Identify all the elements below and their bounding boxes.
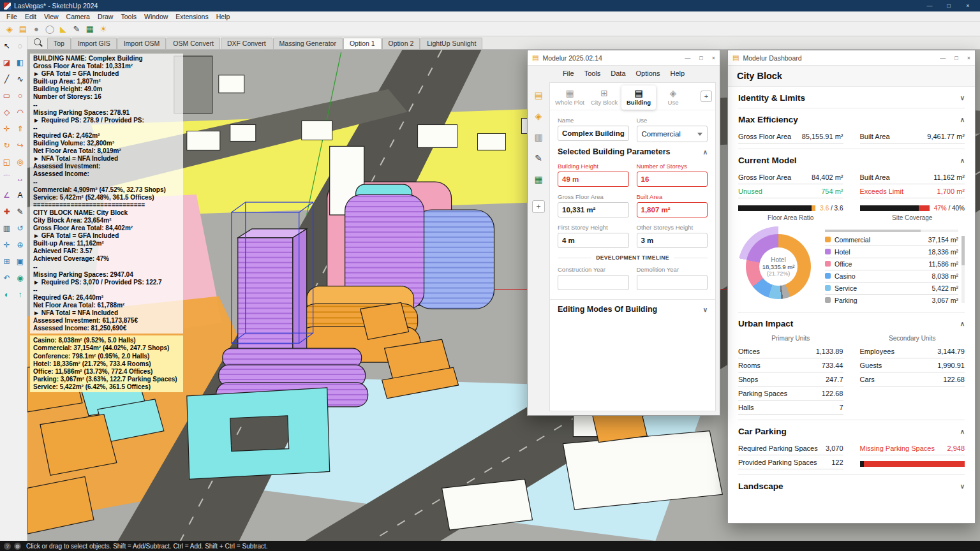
eraser-tool[interactable]: ◪ — [1, 57, 12, 68]
protractor-tool[interactable]: ∠ — [1, 189, 12, 200]
maximize-button[interactable]: □ — [939, 0, 958, 11]
minimize-button[interactable]: — — [685, 55, 690, 61]
spreadsheet-icon[interactable]: ▦ — [84, 23, 96, 34]
scene-tab[interactable]: Import OSM — [117, 38, 167, 49]
layers-icon[interactable]: ▥ — [532, 131, 545, 143]
maximize-button[interactable]: □ — [699, 55, 702, 61]
menu-item[interactable]: Help — [212, 13, 234, 20]
scene-tab[interactable]: Option 2 — [382, 38, 420, 49]
editing-modes-header[interactable]: Editing Modes Of Building — [558, 305, 708, 314]
scene-tab[interactable]: DXF Convert — [221, 38, 272, 49]
tape-measure-tool[interactable]: ⌒ — [1, 173, 12, 184]
menu-item[interactable]: Tools — [117, 13, 140, 20]
menu-item[interactable]: Draw — [94, 13, 117, 20]
other-storeys-height-input[interactable] — [637, 233, 708, 248]
freehand-tool[interactable]: ∿ — [15, 73, 26, 84]
zoom-extents-tool[interactable]: ▣ — [15, 256, 26, 267]
menu-item[interactable]: Help — [670, 70, 685, 77]
legend-vertical-scrollbar[interactable] — [961, 236, 965, 303]
pan-tool[interactable]: ✛ — [1, 239, 12, 250]
disc-icon[interactable]: ◯ — [44, 23, 56, 34]
move-tool[interactable]: ✛ — [1, 123, 12, 134]
dimension-tool[interactable]: ↔ — [15, 173, 26, 184]
modelur-titlebar[interactable]: ▤ Modelur 2025.02.14 — □ × — [528, 50, 720, 66]
push-pull-tool[interactable]: ⇑ — [15, 123, 26, 134]
pencil-icon[interactable]: ✎ — [532, 152, 545, 165]
built-area-input[interactable] — [637, 202, 708, 217]
add-tab-button[interactable]: + — [701, 91, 712, 102]
urban-impact-header[interactable]: Urban Impact — [738, 312, 965, 334]
scene-tab[interactable]: Top — [47, 38, 71, 49]
text-tool[interactable]: A — [15, 189, 26, 200]
offset-tool[interactable]: ◎ — [15, 156, 26, 167]
close-button[interactable]: × — [967, 55, 970, 61]
add-tool-icon[interactable]: + — [532, 200, 545, 213]
spreadsheet-icon[interactable]: ▦ — [532, 173, 545, 186]
circle-tool[interactable]: ○ — [15, 90, 26, 101]
scene-tab[interactable]: Massing Generator — [273, 38, 343, 49]
menu-item[interactable]: Edit — [21, 13, 40, 20]
legend-horizontal-scrollbar[interactable] — [825, 230, 958, 232]
section-plane-tool[interactable]: ▥ — [1, 223, 12, 233]
identity-limits-header[interactable]: Identity & Limits — [738, 87, 965, 108]
car-parking-header[interactable]: Car Parking — [738, 420, 965, 441]
close-button[interactable]: × — [712, 55, 715, 61]
line-tool[interactable]: ╱ — [1, 73, 12, 84]
menu-item[interactable]: File — [563, 70, 574, 77]
help-icon[interactable]: ? — [4, 543, 11, 550]
zoom-tool[interactable]: ⊕ — [15, 239, 26, 250]
polygon-tool[interactable]: ◇ — [1, 107, 12, 117]
previous-view-tool[interactable]: ↶ — [1, 272, 12, 283]
modelur-tab[interactable]: ◈ Use — [656, 85, 690, 110]
minimize-button[interactable]: — — [940, 55, 946, 61]
paint-bucket-tool[interactable]: ◧ — [15, 57, 26, 68]
scale-tool[interactable]: ◱ — [1, 156, 12, 167]
axes-tool[interactable]: ✚ — [1, 206, 12, 217]
modelur-cube-icon[interactable]: ◈ — [4, 23, 15, 34]
max-efficiency-header[interactable]: Max Efficiency — [738, 108, 965, 129]
scene-tab[interactable]: Import GIS — [71, 38, 117, 49]
close-button[interactable]: × — [958, 0, 977, 11]
building-height-input[interactable] — [558, 172, 629, 187]
arc-tool[interactable]: ◠ — [15, 107, 26, 117]
menu-item[interactable]: Options — [636, 70, 660, 77]
look-around-tool[interactable]: ◐ — [1, 289, 12, 300]
modelur-tab[interactable]: ▦ Whole Plot — [553, 85, 587, 110]
use-select[interactable]: Commercial — [637, 126, 708, 142]
minimize-button[interactable]: — — [920, 0, 939, 11]
menu-item[interactable]: Data — [611, 70, 625, 77]
select-tool[interactable]: ↖ — [1, 40, 12, 51]
rotate-tool[interactable]: ↻ — [1, 140, 12, 151]
modelur-cube-icon[interactable]: ◈ — [532, 110, 545, 122]
menu-item[interactable]: Tools — [584, 70, 601, 77]
gross-floor-area-input[interactable] — [558, 202, 629, 217]
menu-item[interactable]: Camera — [63, 13, 94, 20]
current-model-header[interactable]: Current Model — [738, 149, 965, 170]
search-icon[interactable] — [34, 38, 41, 45]
wedge-icon[interactable]: ◣ — [57, 23, 69, 34]
first-storey-height-input[interactable] — [558, 233, 629, 248]
building-params-header[interactable]: Selected Building Parameters — [558, 147, 708, 156]
rectangle-tool[interactable]: ▭ — [1, 90, 12, 101]
menu-item[interactable]: File — [3, 13, 21, 20]
position-camera-tool[interactable]: ◉ — [15, 272, 26, 283]
lasso-tool[interactable]: ◌ — [15, 40, 26, 51]
scene-tab[interactable]: Option 1 — [343, 38, 382, 49]
number-of-storeys-input[interactable] — [637, 172, 708, 187]
menu-item[interactable]: View — [40, 13, 63, 20]
menu-item[interactable]: Window — [140, 13, 172, 20]
building-name-input[interactable] — [558, 126, 629, 141]
dashboard-titlebar[interactable]: ▤ Modelur Dashboard — □ × — [728, 50, 975, 66]
modelur-tab[interactable]: ▤ Building — [621, 85, 656, 110]
geolocation-icon[interactable]: ◍ — [14, 543, 21, 550]
orbit-tool[interactable]: ↺ — [15, 223, 26, 233]
landscape-header[interactable]: Landscape — [738, 475, 965, 496]
demolition-year-input[interactable] — [637, 275, 708, 290]
modelur-tab[interactable]: ⊞ City Block — [587, 85, 621, 110]
follow-me-tool[interactable]: ↪ — [15, 140, 26, 151]
walk-tool[interactable]: ↑ — [15, 289, 26, 300]
construction-year-input[interactable] — [558, 275, 629, 290]
scene-tab[interactable]: OSM Convert — [167, 38, 220, 49]
scene-tab[interactable]: LightUp Sunlight — [420, 38, 482, 49]
menu-item[interactable]: Extensions — [172, 13, 212, 20]
